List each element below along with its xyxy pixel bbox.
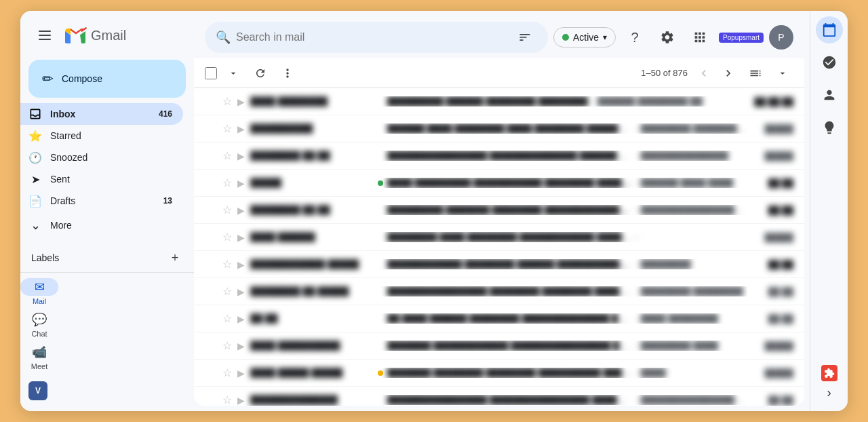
email-star[interactable]: ☆ [222, 258, 232, 271]
email-row[interactable]: ☆ ▶ ████ █████ █████ ███████ ████████ ██… [194, 360, 804, 387]
avatar[interactable]: P [769, 25, 793, 50]
keep-panel-button[interactable] [816, 114, 843, 141]
select-dropdown-button[interactable] [222, 62, 244, 84]
sidebar-item-more[interactable]: ⌄ More [20, 214, 183, 236]
sidebar-item-drafts[interactable]: 📄 Drafts 13 [20, 190, 183, 212]
email-star[interactable]: ☆ [222, 231, 232, 244]
select-all-checkbox[interactable] [205, 67, 217, 79]
email-important-icon: ▶ [237, 341, 245, 351]
email-row[interactable]: ☆ ▶ ██ ██ ██ ████ ██████ ████████ ██████… [194, 305, 804, 332]
add-label-button[interactable]: + [167, 250, 183, 266]
mode-meet[interactable]: 📹 Meet [20, 341, 58, 373]
compose-label: Compose [62, 73, 102, 84]
inbox-label: Inbox [50, 109, 151, 119]
extension-panel-button[interactable] [816, 360, 843, 387]
email-important-icon: ▶ [237, 205, 245, 216]
mode-chat[interactable]: 💬 Chat [20, 308, 58, 341]
email-subject: ████████████ ████████ ██████ ███████████… [387, 259, 631, 269]
mode-mail[interactable]: ✉ Mail [20, 275, 58, 308]
email-star[interactable]: ☆ [222, 204, 232, 216]
email-status-dot [378, 370, 383, 376]
topbar-right: Active ▾ ? Popupsmart P [553, 24, 793, 51]
email-row[interactable]: ☆ ▶ ██████████████ ████████████████ ████… [194, 387, 804, 406]
email-list: ☆ ▶ ████ ████████ █████████ ██████ █████… [194, 88, 804, 406]
email-row[interactable]: ☆ ▶ ████████ ██ ██ ████████████████ ████… [194, 142, 804, 170]
sort-button[interactable] [772, 62, 793, 84]
email-row[interactable]: ☆ ▶ ██████████ ██████ ████ ████████ ████… [194, 115, 804, 142]
compose-button[interactable]: ✏ Compose [28, 60, 186, 98]
sidebar-item-starred[interactable]: ⭐ Starred [20, 125, 183, 147]
email-star[interactable]: ☆ [222, 95, 232, 108]
email-important-icon: ▶ [237, 313, 245, 324]
email-row[interactable]: ☆ ▶ ████████ ██ █████ ████████████████ █… [194, 278, 804, 305]
meet-icon: 📹 [20, 343, 58, 361]
email-star[interactable]: ☆ [222, 176, 232, 189]
email-status-dot [378, 343, 383, 349]
view-toggle-button[interactable] [745, 62, 766, 84]
email-date: ██ ██ [753, 396, 793, 405]
sidebar-item-sent[interactable]: ➤ Sent [20, 168, 183, 190]
settings-button[interactable] [654, 24, 681, 51]
sent-label: Sent [50, 174, 172, 185]
next-page-button[interactable] [717, 62, 739, 84]
email-star[interactable]: ☆ [222, 122, 232, 135]
sidebar-item-snoozed[interactable]: 🕐 Snoozed [20, 147, 183, 168]
contacts-panel-button[interactable] [816, 81, 843, 109]
status-badge[interactable]: Active ▾ [553, 27, 616, 47]
more-label: More [50, 220, 172, 231]
more-options-button[interactable] [277, 62, 298, 84]
sidebar-item-inbox[interactable]: Inbox 416 [20, 103, 183, 125]
labels-title: Labels [31, 252, 59, 263]
email-star[interactable]: ☆ [222, 366, 232, 379]
mode-switcher: ✉ Mail 💬 Chat 📹 Meet [20, 272, 194, 376]
main-content: 🔍 Active ▾ ? [194, 16, 804, 406]
starred-label: Starred [50, 130, 172, 141]
email-important-icon: ▶ [237, 368, 245, 379]
search-bar[interactable]: 🔍 [205, 22, 548, 53]
apps-button[interactable] [686, 24, 713, 51]
popupsmart-badge[interactable]: Popupsmart [719, 33, 764, 43]
external-app-strip[interactable]: V [20, 376, 194, 406]
email-star[interactable]: ☆ [222, 149, 232, 162]
hamburger-menu-button[interactable] [31, 22, 58, 49]
email-status-dot [378, 289, 383, 294]
email-row[interactable]: ☆ ▶ ████ ████████ █████████ ██████ █████… [194, 88, 804, 115]
email-row[interactable]: ☆ ▶ ████ ██████████ ███████ ████████████… [194, 332, 804, 360]
email-row[interactable]: ☆ ▶ ████████ ██ ██ █████████ ███████ ███… [194, 197, 804, 224]
drafts-icon: 📄 [28, 194, 42, 208]
email-content: ██ ████ ██████ ████████ ██████████████ █… [378, 313, 747, 324]
calendar-panel-button[interactable] [816, 16, 843, 43]
drafts-label: Drafts [50, 195, 155, 206]
email-row[interactable]: ☆ ▶ ████ ██████ ████████ ████ ████████ █… [194, 224, 804, 251]
email-date: ██ ██ ██ [753, 97, 793, 107]
drafts-badge: 13 [163, 196, 172, 206]
prev-page-button[interactable] [693, 62, 715, 84]
email-subject: ██████ ████ ████████ ████ ████████ █████… [387, 123, 631, 134]
email-star[interactable]: ☆ [222, 394, 232, 406]
email-status-dot [378, 99, 383, 104]
email-snippet: - ████ ████████ [635, 313, 747, 324]
snoozed-icon: 🕐 [28, 151, 42, 164]
compose-icon: ✏ [42, 71, 54, 87]
tasks-panel-button[interactable] [816, 49, 843, 76]
refresh-button[interactable] [250, 62, 271, 84]
search-input[interactable] [236, 31, 507, 43]
search-options-button[interactable] [513, 25, 537, 50]
email-star[interactable]: ☆ [222, 285, 232, 298]
email-content: ██████ ████ ████████ ████ ████████ █████… [378, 123, 747, 134]
email-row[interactable]: ☆ ▶ █████ ████ █████████ ███████████ ███… [194, 170, 804, 197]
email-star[interactable]: ☆ [222, 339, 232, 352]
email-important-icon: ▶ [237, 178, 245, 189]
email-status-dot [378, 316, 383, 322]
right-panel: › [810, 11, 848, 411]
settings-icon [660, 30, 675, 45]
email-row[interactable]: ☆ ▶ ████████████ █████ ████████████ ████… [194, 251, 804, 278]
help-button[interactable]: ? [621, 24, 648, 51]
popupsmart-label: Popupsmart [723, 34, 760, 41]
email-sender: ████████ ██ ██ [250, 205, 372, 215]
email-sender: █████ [250, 178, 372, 188]
email-subject: ████ █████████ ███████████ ████████ ████… [387, 178, 631, 188]
email-star[interactable]: ☆ [222, 312, 232, 325]
expand-panel-chevron[interactable]: › [827, 385, 831, 400]
email-subject: ████████ ████ ████████ ████████████ ████… [387, 232, 631, 242]
